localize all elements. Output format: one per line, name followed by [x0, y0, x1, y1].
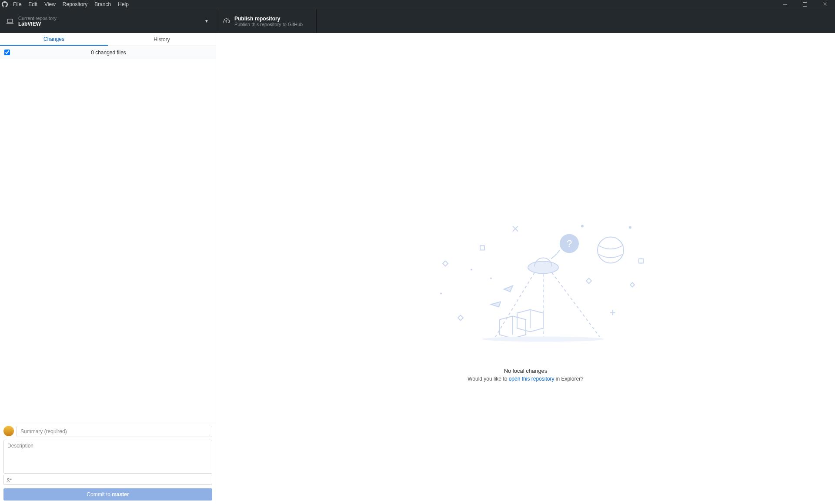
commit-button-branch: master: [112, 491, 129, 497]
tab-changes[interactable]: Changes: [0, 33, 108, 46]
sidebar-tabs: Changes History: [0, 33, 216, 46]
commit-summary-input[interactable]: [17, 426, 212, 437]
svg-point-15: [598, 237, 624, 263]
add-coauthors-button[interactable]: [3, 475, 212, 485]
window-controls: [775, 0, 835, 9]
svg-point-18: [490, 278, 492, 279]
commit-description-input[interactable]: [3, 440, 212, 474]
repo-label: Current repository: [18, 16, 57, 21]
empty-suffix: in Explorer?: [554, 376, 583, 382]
select-all-checkbox[interactable]: [4, 50, 10, 55]
svg-point-16: [440, 293, 442, 295]
empty-prefix: Would you like to: [468, 376, 509, 382]
menu-help[interactable]: Help: [114, 1, 132, 7]
menu-bar: File Edit View Repository Branch Help: [0, 0, 835, 9]
svg-point-19: [581, 225, 584, 228]
empty-subtitle: Would you like to open this repository i…: [374, 376, 678, 382]
close-button[interactable]: [815, 0, 835, 9]
changes-list: [0, 59, 216, 422]
svg-text:?: ?: [566, 238, 571, 249]
svg-rect-4: [7, 19, 13, 23]
menu-repository[interactable]: Repository: [59, 1, 91, 7]
tab-history[interactable]: History: [108, 33, 216, 46]
publish-repository-button[interactable]: Publish repository Publish this reposito…: [216, 9, 317, 33]
svg-point-20: [629, 226, 631, 229]
sidebar: Changes History 0 changed files Commit t…: [0, 33, 216, 504]
svg-line-14: [552, 273, 600, 337]
chevron-down-icon: ▼: [204, 19, 209, 23]
github-logo-icon: [0, 1, 10, 7]
content-pane: ?: [216, 33, 835, 504]
menu-view[interactable]: View: [41, 1, 59, 7]
empty-title: No local changes: [374, 368, 678, 374]
publish-text: Publish repository Publish this reposito…: [234, 16, 303, 27]
changed-files-count: 0 changed files: [14, 50, 216, 56]
svg-point-27: [482, 337, 604, 342]
svg-point-9: [528, 262, 558, 274]
empty-illustration: ?: [395, 202, 656, 359]
repo-name: LabVIEW: [18, 21, 57, 27]
publish-sub: Publish this repository to GitHub: [234, 22, 303, 27]
changes-header: 0 changed files: [0, 46, 216, 59]
svg-point-17: [471, 269, 472, 271]
open-repository-link[interactable]: open this repository: [509, 376, 554, 382]
menu-branch[interactable]: Branch: [91, 1, 114, 7]
commit-button[interactable]: Commit to master: [3, 488, 212, 501]
cloud-upload-icon: [222, 18, 230, 25]
menu-file[interactable]: File: [10, 1, 25, 7]
repo-text: Current repository LabVIEW: [18, 16, 57, 27]
svg-rect-1: [803, 3, 807, 7]
current-repository-selector[interactable]: Current repository LabVIEW ▼: [0, 9, 216, 33]
main: Changes History 0 changed files Commit t…: [0, 33, 835, 504]
svg-rect-21: [480, 246, 484, 250]
empty-state: ?: [374, 202, 678, 382]
laptop-icon: [6, 18, 14, 25]
commit-button-prefix: Commit to: [87, 491, 112, 497]
svg-line-13: [495, 273, 534, 337]
toolbar: Current repository LabVIEW ▼ Publish rep…: [0, 9, 835, 33]
svg-point-6: [7, 478, 9, 480]
commit-form: Commit to master: [0, 422, 216, 504]
menu-edit[interactable]: Edit: [25, 1, 41, 7]
publish-title: Publish repository: [234, 16, 303, 22]
minimize-button[interactable]: [775, 0, 795, 9]
maximize-button[interactable]: [795, 0, 815, 9]
avatar: [3, 426, 14, 436]
svg-rect-22: [639, 259, 643, 263]
